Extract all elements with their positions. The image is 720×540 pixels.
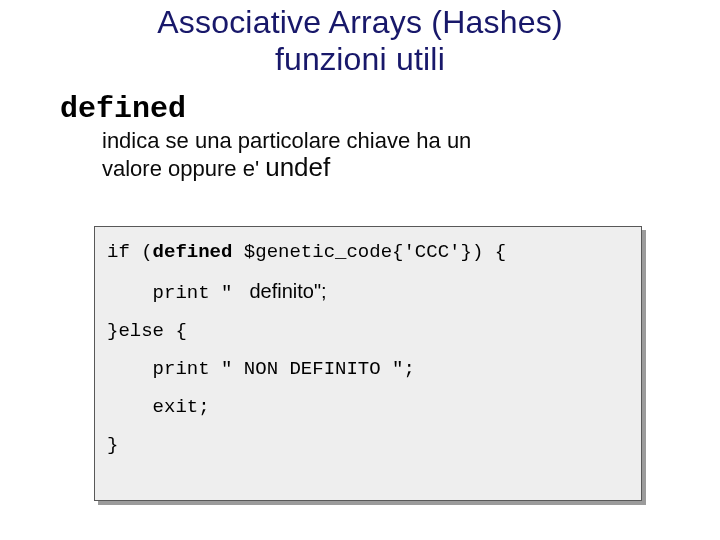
code-l3: }else {	[107, 320, 187, 342]
desc-line-2a: valore oppure e'	[102, 156, 265, 181]
code-l2b: definito	[244, 280, 314, 302]
code-l1c: $genetic_code{'CCC'}) {	[232, 241, 506, 263]
code-l4: print " NON DEFINITO ";	[107, 358, 415, 380]
code-l1a: if (	[107, 241, 153, 263]
slide-title: Associative Arrays (Hashes) funzioni uti…	[0, 0, 720, 78]
title-line-2: funzioni utili	[275, 41, 445, 77]
code-content: if (defined $genetic_code{'CCC'}) { prin…	[94, 226, 642, 501]
slide: Associative Arrays (Hashes) funzioni uti…	[0, 0, 720, 540]
desc-line-1: indica se una particolare chiave ha un	[102, 128, 471, 153]
code-box: if (defined $genetic_code{'CCC'}) { prin…	[94, 226, 648, 506]
code-l5: exit;	[107, 396, 210, 418]
description: indica se una particolare chiave ha un v…	[102, 128, 622, 183]
undef-word: undef	[265, 152, 330, 182]
title-line-1: Associative Arrays (Hashes)	[157, 4, 563, 40]
keyword-defined: defined	[60, 92, 720, 126]
code-l2a: print "	[107, 282, 244, 304]
code-l1b: defined	[153, 241, 233, 263]
code-l2c: ";	[314, 280, 327, 302]
code-l6: }	[107, 434, 118, 456]
